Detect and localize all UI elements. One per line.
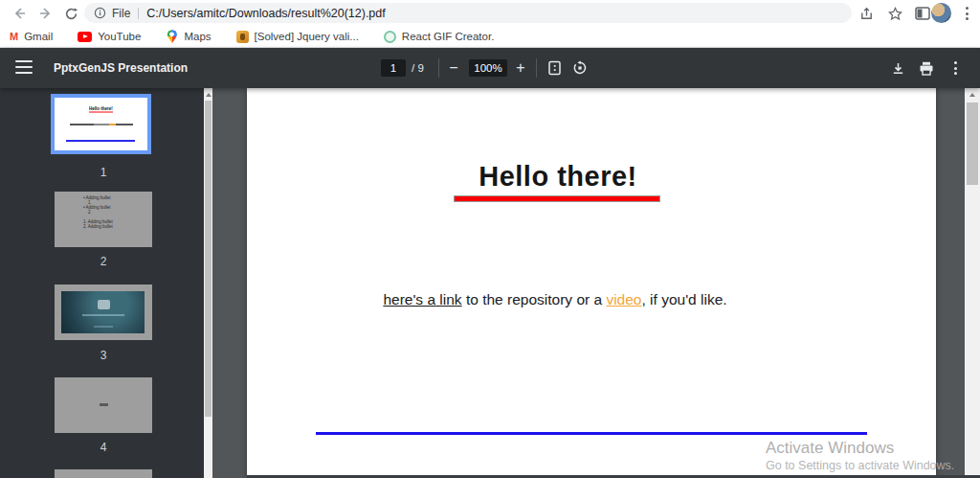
mini-slide-title: Hello there! [89, 106, 113, 113]
bookmark-gmail[interactable]: M Gmail [10, 31, 53, 42]
bookmark-label: Maps [184, 31, 211, 42]
thumbnail-label-2: 2 [55, 255, 152, 268]
star-icon [888, 7, 902, 21]
fit-page-icon [547, 60, 562, 76]
toolbar-separator [438, 58, 439, 78]
zoom-in-button[interactable]: + [509, 57, 532, 80]
bookmarks-bar: M Gmail YouTube Maps [Solved] Jquery val… [0, 26, 980, 48]
thumbnail-page-2[interactable]: • Adding bullet 1 • Adding bullet 2 1. A… [55, 192, 152, 247]
bookmark-label: React GIF Creator. [402, 31, 495, 42]
page-count: / 9 [412, 62, 424, 74]
thumbnail-page-5[interactable] [55, 469, 152, 478]
thumbnail-label-4: 4 [55, 441, 152, 454]
share-icon [859, 7, 874, 21]
print-button[interactable] [915, 57, 938, 80]
mini-blue-line [66, 140, 135, 142]
react-gif-icon [384, 31, 396, 43]
gmail-icon: M [10, 31, 18, 42]
bookmark-maps[interactable]: Maps [166, 30, 211, 43]
bookmark-youtube[interactable]: YouTube [78, 31, 141, 42]
url-scheme: File [112, 7, 130, 20]
info-icon[interactable] [94, 7, 106, 19]
thumbnail-page-1[interactable]: Hello there! [51, 94, 151, 154]
video-link[interactable]: video [606, 291, 641, 307]
refresh-icon [64, 7, 78, 21]
bookmark-label: [Solved] Jquery vali... [255, 31, 359, 42]
side-panel-icon [915, 7, 930, 20]
pdf-menu-button[interactable] [944, 57, 967, 80]
bookmark-jquery[interactable]: [Solved] Jquery vali... [236, 31, 359, 43]
photo-caption-line [82, 314, 124, 316]
bookmark-label: Gmail [24, 31, 53, 42]
red-underline-bar [454, 195, 660, 202]
photo-caption-line [94, 326, 113, 328]
broken-photo-icon [98, 300, 110, 309]
browser-window: File C:/Users/amitc/Downloads/result%20(… [0, 0, 980, 478]
download-button[interactable] [886, 57, 909, 80]
forward-icon [38, 6, 54, 21]
thumbnail-label-3: 3 [55, 349, 152, 362]
url-divider [138, 8, 139, 19]
scroll-up-arrow[interactable] [204, 88, 212, 101]
zoom-out-button[interactable]: − [442, 57, 465, 80]
sidebar-scrollbar-thumb[interactable] [205, 101, 212, 417]
activate-windows-subtext: Go to Settings to activate Windows. [766, 459, 954, 472]
sidebar-scrollbar[interactable] [204, 88, 212, 478]
bookmark-star-button[interactable] [883, 2, 906, 25]
pdf-toolbar: PptxGenJS Presentation 1 / 9 − 100% + [0, 48, 980, 88]
refresh-button[interactable] [59, 2, 82, 25]
share-button[interactable] [855, 2, 878, 25]
thumbnail-3-image [61, 291, 145, 333]
activate-windows-watermark: Activate Windows [766, 439, 894, 458]
thumbnail-page-4[interactable] [55, 377, 152, 433]
thumbnail-1-preview: Hello there! [55, 98, 147, 150]
forward-button[interactable] [34, 2, 57, 25]
fit-page-button[interactable] [543, 57, 566, 80]
bookmark-label: YouTube [98, 31, 141, 42]
bookmark-react-gif[interactable]: React GIF Creator. [384, 31, 495, 43]
pdf-content-area: Hello there! 1 • Adding bullet 1 • Addin… [0, 88, 980, 478]
url-text: C:/Users/amitc/Downloads/result%20(12).p… [146, 7, 385, 20]
maps-pin-icon [166, 30, 178, 43]
blue-divider-line [316, 432, 867, 435]
menu-button[interactable] [15, 60, 33, 74]
slide-body-text: here's a link to the repository or a vid… [247, 291, 863, 308]
mini-body-line [70, 124, 133, 125]
body-text: , if you'd like. [641, 291, 726, 307]
hamburger-icon [15, 60, 33, 62]
pdf-page: Hello there! here's a link to the reposi… [247, 88, 936, 478]
toolbar-separator [536, 58, 537, 78]
slide-title: Hello there! [247, 161, 869, 193]
more-vertical-icon [966, 7, 969, 20]
download-icon [891, 61, 905, 76]
browser-toolbar: File C:/Users/amitc/Downloads/result%20(… [0, 0, 980, 26]
back-button[interactable] [8, 2, 31, 25]
rotate-button[interactable] [568, 57, 591, 80]
thumbnail-sidebar: Hello there! 1 • Adding bullet 1 • Addin… [0, 88, 204, 478]
rotate-icon [572, 60, 588, 76]
thumbnail-label-1: 1 [55, 166, 152, 179]
document-title: PptxGenJS Presentation [54, 61, 188, 75]
youtube-icon [78, 32, 92, 42]
body-text: to the repository or a [462, 291, 607, 307]
scroll-up-arrow[interactable] [965, 88, 980, 101]
more-vertical-icon [954, 61, 957, 75]
thumbnail-page-3[interactable] [55, 285, 152, 340]
jquery-bookmark-icon [236, 31, 249, 43]
browser-menu-button[interactable] [955, 2, 978, 25]
thumbnail-2-text: • Adding bullet 1 • Adding bullet 2 1. A… [83, 195, 152, 229]
pdf-viewer: Hello there! here's a link to the reposi… [212, 88, 965, 478]
main-scrollbar-thumb[interactable] [967, 102, 978, 185]
repository-link[interactable]: here's a link [383, 291, 461, 307]
page-number-input[interactable]: 1 [381, 59, 406, 77]
profile-avatar[interactable] [931, 3, 951, 23]
main-scrollbar[interactable] [965, 88, 980, 478]
print-icon [919, 61, 934, 76]
address-bar[interactable]: File C:/Users/amitc/Downloads/result%20(… [84, 3, 852, 23]
thumbnail-4-text [100, 403, 108, 406]
back-icon [11, 6, 27, 21]
zoom-level-input[interactable]: 100% [469, 59, 507, 77]
